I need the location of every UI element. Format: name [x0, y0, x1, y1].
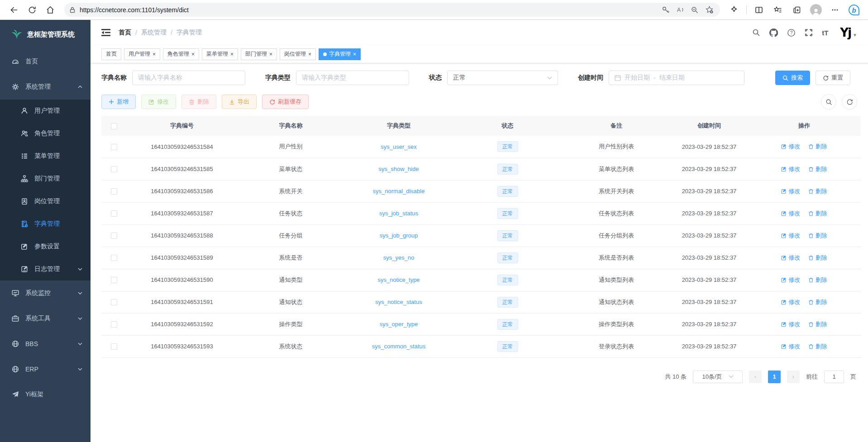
user-logo[interactable]: Yj ▼ [837, 27, 857, 38]
delete-row-button[interactable]: 删除 [808, 209, 827, 218]
close-icon[interactable]: × [153, 51, 156, 57]
read-aloud-icon[interactable]: A [676, 6, 684, 14]
row-checkbox[interactable] [111, 277, 117, 283]
font-size-icon[interactable]: tT [822, 29, 828, 37]
url-text[interactable]: https://ccnetcore.com:1101/system/dict [80, 6, 662, 14]
page-size-select[interactable]: 10条/页 [693, 371, 743, 383]
dict-type-link[interactable]: sys_common_status [372, 343, 426, 350]
zoom-out-icon[interactable] [691, 6, 699, 14]
edit-row-button[interactable]: 修改 [781, 143, 800, 151]
prev-page-button[interactable]: ‹ [749, 371, 762, 383]
row-checkbox[interactable] [111, 166, 117, 172]
dict-name-input[interactable]: 请输入字典名称 [132, 71, 245, 85]
row-checkbox[interactable] [111, 299, 117, 305]
edit-row-button[interactable]: 修改 [781, 320, 800, 328]
sidebar-item-dict[interactable]: 字典管理 [0, 213, 91, 235]
delete-row-button[interactable]: 删除 [808, 276, 827, 284]
tab-departments[interactable]: 部门管理× [241, 48, 277, 60]
dict-type-link[interactable]: sys_oper_type [380, 321, 418, 328]
sidebar-item-params[interactable]: 参数设置 [0, 235, 91, 258]
favorites-icon[interactable] [770, 2, 786, 18]
add-button[interactable]: 新增 [101, 95, 136, 109]
row-checkbox[interactable] [111, 210, 117, 217]
edit-row-button[interactable]: 修改 [781, 298, 800, 306]
close-icon[interactable]: × [269, 51, 272, 57]
browser-back-icon[interactable] [6, 2, 22, 18]
tab-posts[interactable]: 岗位管理× [280, 48, 316, 60]
close-icon[interactable]: × [230, 51, 234, 57]
collections-icon[interactable] [789, 2, 805, 18]
edit-row-button[interactable]: 修改 [781, 232, 800, 240]
tab-roles[interactable]: 角色管理× [163, 48, 199, 60]
sidebar-item-roles[interactable]: 角色管理 [0, 122, 91, 145]
delete-row-button[interactable]: 删除 [808, 254, 827, 262]
dict-type-link[interactable]: sys_yes_no [383, 254, 415, 261]
delete-row-button[interactable]: 删除 [808, 342, 827, 351]
date-range-picker[interactable]: 开始日期 - 结束日期 [609, 71, 744, 85]
edit-row-button[interactable]: 修改 [781, 165, 800, 173]
close-icon[interactable]: × [308, 51, 311, 57]
add-favorite-icon[interactable] [705, 5, 714, 14]
select-all-checkbox[interactable] [111, 123, 117, 129]
sidebar-item-logs[interactable]: 日志管理 [0, 258, 91, 280]
sidebar-item-system[interactable]: 系统管理 [0, 74, 91, 100]
sidebar-item-home[interactable]: 首页 [0, 49, 91, 74]
page-number-button[interactable]: 1 [768, 371, 781, 383]
dict-type-link[interactable]: sys_job_group [380, 232, 418, 239]
edit-button[interactable]: 修改 [141, 95, 176, 109]
toggle-search-button[interactable] [821, 94, 836, 109]
goto-page-input[interactable] [824, 371, 844, 383]
close-icon[interactable]: × [353, 51, 356, 57]
refresh-table-button[interactable] [842, 94, 857, 109]
github-icon[interactable] [769, 29, 778, 37]
edit-row-button[interactable]: 修改 [781, 187, 800, 195]
export-button[interactable]: 导出 [222, 95, 257, 109]
app-logo[interactable]: 意框架管理系统 [0, 20, 91, 49]
edit-row-button[interactable]: 修改 [781, 276, 800, 284]
more-options-icon[interactable] [827, 2, 843, 18]
sidebar-item-bbs[interactable]: BBS [0, 331, 91, 356]
dict-type-link[interactable]: sys_notice_type [377, 276, 420, 283]
row-checkbox[interactable] [111, 255, 117, 261]
address-bar[interactable]: https://ccnetcore.com:1101/system/dict A [64, 3, 720, 17]
next-page-button[interactable]: › [787, 371, 800, 383]
row-checkbox[interactable] [111, 343, 117, 350]
breadcrumb-home[interactable]: 首页 [119, 29, 131, 37]
header-search-icon[interactable] [752, 29, 760, 37]
sidebar-toggle-icon[interactable] [101, 29, 110, 37]
dict-type-link[interactable]: sys_normal_disable [373, 188, 425, 195]
fullscreen-icon[interactable] [805, 29, 813, 37]
sidebar-item-erp[interactable]: ERP [0, 356, 91, 382]
dict-type-input[interactable]: 请输入字典类型 [296, 71, 409, 85]
row-checkbox[interactable] [111, 321, 117, 328]
delete-row-button[interactable]: 删除 [808, 232, 827, 240]
reset-button[interactable]: 重置 [816, 71, 850, 85]
tab-home[interactable]: 首页 [101, 48, 121, 60]
delete-row-button[interactable]: 删除 [808, 143, 827, 151]
close-icon[interactable]: × [191, 51, 195, 57]
delete-row-button[interactable]: 删除 [808, 320, 827, 328]
dict-type-link[interactable]: sys_notice_status [375, 299, 422, 305]
dict-type-link[interactable]: sys_show_hide [379, 166, 419, 172]
sidebar-item-tools[interactable]: 系统工具 [0, 306, 91, 331]
dict-type-link[interactable]: sys_user_sex [381, 143, 416, 150]
edit-row-button[interactable]: 修改 [781, 342, 800, 351]
dict-type-link[interactable]: sys_job_status [379, 210, 418, 217]
edit-row-button[interactable]: 修改 [781, 254, 800, 262]
help-icon[interactable]: ? [787, 29, 796, 37]
status-select[interactable]: 正常 [447, 71, 558, 85]
edit-row-button[interactable]: 修改 [781, 209, 800, 218]
browser-home-icon[interactable] [43, 2, 58, 18]
row-checkbox[interactable] [111, 144, 117, 150]
sidebar-item-posts[interactable]: 岗位管理 [0, 190, 91, 213]
delete-row-button[interactable]: 删除 [808, 165, 827, 173]
search-button[interactable]: 搜索 [775, 71, 810, 85]
delete-row-button[interactable]: 删除 [808, 187, 827, 195]
delete-row-button[interactable]: 删除 [808, 298, 827, 306]
copilot-icon[interactable]: b [846, 2, 862, 18]
profile-avatar[interactable] [808, 2, 824, 18]
sidebar-item-users[interactable]: 用户管理 [0, 100, 91, 122]
tab-users[interactable]: 用户管理× [124, 48, 160, 60]
refresh-cache-button[interactable]: 刷新缓存 [262, 95, 309, 109]
sidebar-item-monitor[interactable]: 系统监控 [0, 280, 91, 306]
